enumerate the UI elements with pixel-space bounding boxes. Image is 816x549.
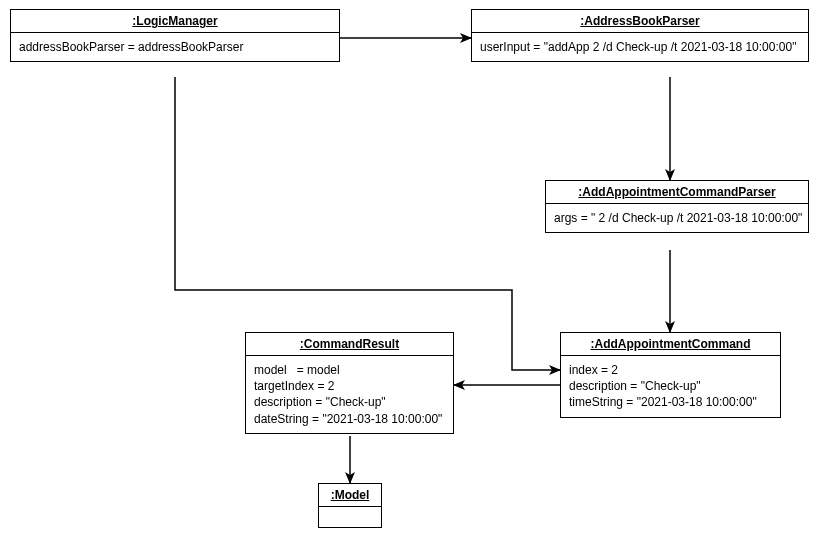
object-attributes: userInput = "addApp 2 /d Check-up /t 202… bbox=[472, 33, 808, 61]
object-attributes: model = model targetIndex = 2 descriptio… bbox=[246, 356, 453, 433]
object-add-appointment-command: :AddAppointmentCommand index = 2 descrip… bbox=[560, 332, 781, 418]
object-attributes: index = 2 description = "Check-up" timeS… bbox=[561, 356, 780, 417]
object-model: :Model bbox=[318, 483, 382, 528]
object-add-appointment-command-parser: :AddAppointmentCommandParser args = " 2 … bbox=[545, 180, 809, 233]
object-address-book-parser: :AddressBookParser userInput = "addApp 2… bbox=[471, 9, 809, 62]
object-attributes: args = " 2 /d Check-up /t 2021-03-18 10:… bbox=[546, 204, 808, 232]
arrows-layer bbox=[0, 0, 816, 549]
object-title: :Model bbox=[319, 484, 381, 507]
object-title: :AddAppointmentCommand bbox=[561, 333, 780, 356]
object-title: :CommandResult bbox=[246, 333, 453, 356]
object-command-result: :CommandResult model = model targetIndex… bbox=[245, 332, 454, 434]
object-logic-manager: :LogicManager addressBookParser = addres… bbox=[10, 9, 340, 62]
object-title: :AddressBookParser bbox=[472, 10, 808, 33]
object-title: :AddAppointmentCommandParser bbox=[546, 181, 808, 204]
object-attributes: addressBookParser = addressBookParser bbox=[11, 33, 339, 61]
link-logicmanager-to-addappointmentcommand bbox=[175, 77, 560, 370]
object-attributes bbox=[319, 507, 381, 527]
uml-object-diagram: :LogicManager addressBookParser = addres… bbox=[0, 0, 816, 549]
object-title: :LogicManager bbox=[11, 10, 339, 33]
